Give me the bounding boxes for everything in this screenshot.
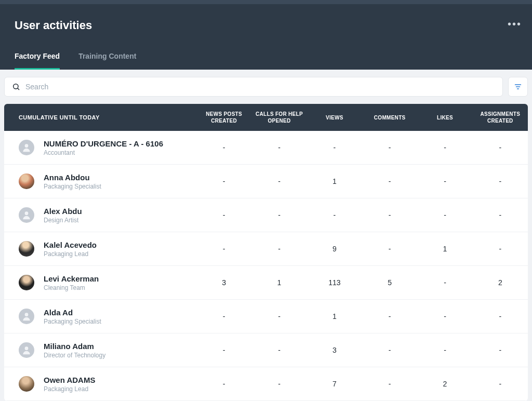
- table-cell: 1: [307, 177, 362, 185]
- table-row[interactable]: Owen ADAMSPackaging Lead--7-2-: [4, 367, 528, 401]
- column-header: NEWS POSTS CREATED: [196, 111, 251, 124]
- user-name: Kalel Acevedo: [44, 240, 97, 249]
- table-cell: 1: [251, 278, 307, 287]
- table-cell: 1: [307, 312, 362, 320]
- avatar: [19, 173, 34, 189]
- table-cell: -: [473, 245, 528, 253]
- user-name: Alex Abdu: [44, 207, 82, 216]
- table-cell: -: [196, 380, 251, 388]
- table-cell: -: [196, 211, 251, 219]
- table-row[interactable]: Alda AdPackaging Specialist--1---: [4, 300, 528, 333]
- table-cell: -: [362, 312, 417, 320]
- user-meta: NUMÉRO D'URGENCE - A - 6106Accountant: [44, 139, 163, 156]
- search-box[interactable]: [4, 77, 503, 97]
- user-meta: Alex AbduDesign Artist: [44, 207, 82, 224]
- user-name: Alda Ad: [44, 308, 101, 317]
- table-cell: -: [196, 312, 251, 320]
- column-header: VIEWS: [307, 114, 362, 121]
- table-cell: -: [196, 245, 251, 253]
- table-row[interactable]: Alex AbduDesign Artist------: [4, 198, 528, 232]
- user-cell: Alda AdPackaging Specialist: [4, 308, 196, 325]
- table-cell: -: [417, 312, 472, 320]
- table-row[interactable]: Levi AckermanCleaning Team311135-2: [4, 266, 528, 300]
- user-meta: Miliano AdamDirector of Technology: [44, 342, 105, 359]
- table-cell: -: [196, 346, 251, 354]
- user-cell: Anna AbdouPackaging Specialist: [4, 173, 196, 190]
- user-role: Packaging Specialist: [44, 318, 101, 325]
- table-cell: 9: [307, 245, 362, 253]
- user-cell: Miliano AdamDirector of Technology: [4, 342, 196, 359]
- table-cell: -: [307, 211, 362, 219]
- table-cell: -: [251, 211, 307, 219]
- table-cell: -: [251, 177, 307, 185]
- table-cell: -: [251, 380, 307, 388]
- avatar: [19, 376, 34, 392]
- search-input[interactable]: [25, 83, 495, 91]
- table-cell: 2: [473, 278, 528, 287]
- tab-factory-feed[interactable]: Factory Feed: [15, 52, 60, 70]
- user-activities-table: CUMULATIVE UNTIL TODAY NEWS POSTS CREATE…: [4, 104, 528, 401]
- svg-point-6: [25, 211, 29, 215]
- table-cell: -: [251, 245, 307, 253]
- table-cell: -: [417, 177, 472, 185]
- column-header: ASSIGNMENTS CREATED: [473, 111, 528, 124]
- svg-point-8: [25, 346, 29, 350]
- user-meta: Owen ADAMSPackaging Lead: [44, 376, 95, 393]
- user-name: Miliano Adam: [44, 342, 105, 351]
- table-cell: -: [362, 177, 417, 185]
- table-cell: 1: [417, 245, 472, 253]
- column-header-user: CUMULATIVE UNTIL TODAY: [4, 114, 196, 121]
- table-cell: -: [473, 380, 528, 388]
- table-cell: 7: [307, 380, 362, 388]
- table-cell: -: [362, 211, 417, 219]
- svg-point-7: [25, 313, 29, 316]
- table-row[interactable]: Miliano AdamDirector of Technology--3---: [4, 333, 528, 367]
- table-cell: -: [417, 346, 472, 354]
- table-cell: 2: [417, 380, 472, 388]
- more-menu-button[interactable]: •••: [508, 19, 522, 29]
- table-cell: -: [473, 346, 528, 354]
- user-role: Packaging Lead: [44, 250, 97, 258]
- tab-label: Training Content: [78, 52, 136, 60]
- user-meta: Levi AckermanCleaning Team: [44, 274, 99, 291]
- filter-button[interactable]: [508, 77, 528, 97]
- user-role: Director of Technology: [44, 352, 105, 359]
- avatar: [19, 342, 34, 358]
- table-cell: -: [362, 143, 417, 152]
- column-header: COMMENTS: [362, 114, 417, 121]
- table-cell: -: [417, 211, 472, 219]
- user-role: Packaging Specialist: [44, 183, 101, 190]
- avatar: [19, 140, 34, 155]
- user-role: Accountant: [44, 149, 163, 156]
- table-header: CUMULATIVE UNTIL TODAY NEWS POSTS CREATE…: [4, 104, 528, 131]
- table-cell: -: [251, 346, 307, 354]
- svg-point-0: [14, 84, 18, 89]
- column-header: CALLS FOR HELP OPENED: [251, 111, 307, 124]
- table-row[interactable]: NUMÉRO D'URGENCE - A - 6106Accountant---…: [4, 131, 528, 165]
- tab-training-content[interactable]: Training Content: [78, 52, 136, 70]
- table-cell: -: [196, 143, 251, 152]
- toolbar: [0, 70, 532, 104]
- user-meta: Kalel AcevedoPackaging Lead: [44, 240, 97, 258]
- user-meta: Anna AbdouPackaging Specialist: [44, 173, 101, 190]
- avatar: [19, 207, 34, 223]
- table-cell: -: [362, 245, 417, 253]
- tab-label: Factory Feed: [15, 52, 60, 60]
- table-cell: -: [362, 346, 417, 354]
- user-cell: Levi AckermanCleaning Team: [4, 274, 196, 291]
- user-role: Packaging Lead: [44, 385, 95, 393]
- user-name: Levi Ackerman: [44, 274, 99, 283]
- user-name: Anna Abdou: [44, 173, 101, 182]
- table-row[interactable]: Kalel AcevedoPackaging Lead--9-1-: [4, 232, 528, 266]
- dots-horizontal-icon: •••: [508, 18, 522, 30]
- user-role: Design Artist: [44, 217, 82, 224]
- avatar: [19, 241, 34, 257]
- table-cell: -: [251, 312, 307, 320]
- table-cell: -: [362, 380, 417, 388]
- column-header: LIKES: [417, 114, 472, 121]
- user-cell: Alex AbduDesign Artist: [4, 207, 196, 224]
- table-row[interactable]: Anna AbdouPackaging Specialist--1---: [4, 165, 528, 198]
- table-cell: 3: [307, 346, 362, 354]
- svg-point-5: [25, 144, 29, 148]
- table-cell: -: [417, 143, 472, 152]
